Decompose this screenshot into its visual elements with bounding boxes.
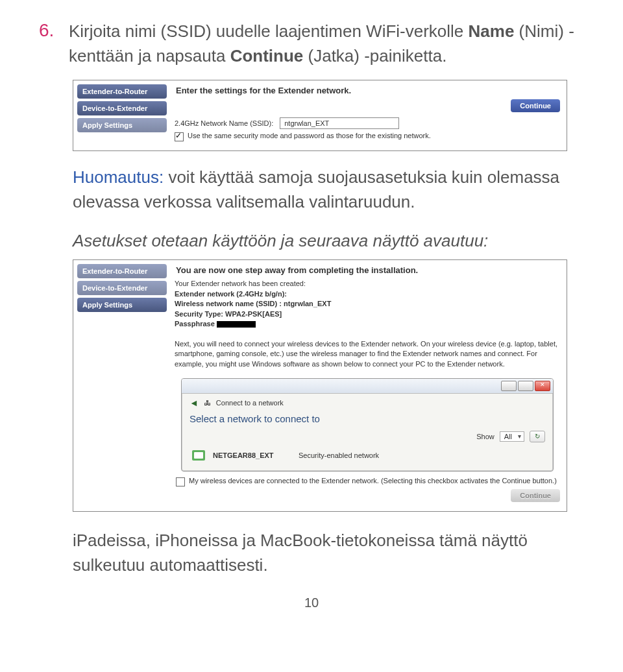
network-name: NETGEAR88_EXT (213, 451, 291, 459)
info-created: Your Extender network has been created: (175, 279, 560, 289)
network-security: Security-enabled network (299, 451, 379, 459)
info-block: Your Extender network has been created: … (175, 279, 560, 369)
sidebar-item-extender-to-router[interactable]: Extender-to-Router (77, 264, 167, 278)
sidebar: Extender-to-Router Device-to-Extender Ap… (73, 80, 171, 150)
info-ssid: Wireless network name (SSID) : ntgrwlan_… (175, 299, 560, 309)
confirm-connected-row: My wireless devices are connected to the… (176, 477, 559, 486)
network-row[interactable]: NETGEAR88_EXT Security-enabled network (189, 446, 545, 464)
info-sec: Security Type: WPA2-PSK[AES] (175, 309, 560, 319)
info-ext-net: Extender network (2.4GHz b/g/n): (175, 289, 560, 299)
page-number: 10 (39, 595, 584, 610)
same-security-checkbox[interactable] (175, 132, 184, 141)
show-label: Show (476, 433, 495, 440)
step-continue-bold: Continue (230, 46, 304, 66)
passphrase-redacted (217, 321, 256, 328)
step-text-part: Kirjoita nimi (SSID) uudelle laajentimen… (69, 21, 469, 41)
step-name-bold: Name (469, 21, 515, 41)
step-text: Kirjoita nimi (SSID) uudelle laajentimen… (69, 19, 584, 68)
info-passphrase: Passphrase (175, 319, 560, 329)
refresh-icon[interactable]: ↻ (530, 431, 545, 442)
ssid-label: 2.4GHz Network Name (SSID): (175, 119, 273, 127)
next-instructions: Next, you will need to connect your wire… (175, 339, 560, 369)
sidebar-item-device-to-extender[interactable]: Device-to-Extender (77, 281, 167, 295)
network-icon (192, 450, 205, 461)
passphrase-label: Passphrase (175, 320, 215, 328)
main-panel: Enter the settings for the Extender netw… (171, 80, 567, 150)
select-heading: Select a network to connect to (189, 413, 545, 424)
panel-heading: Enter the settings for the Extender netw… (176, 86, 560, 95)
window-breadcrumb: ◄ 🖧 Connect to a network (189, 398, 545, 408)
sidebar-item-apply-settings[interactable]: Apply Settings (77, 118, 167, 132)
windows-connect-dialog: ◄ 🖧 Connect to a network Select a networ… (181, 378, 554, 472)
footer-text: iPadeissa, iPhoneissa ja MacBook-tietoko… (73, 529, 584, 577)
net-glyph-icon: 🖧 (204, 399, 211, 407)
show-row: Show All ↻ (189, 431, 545, 442)
sidebar-item-extender-to-router[interactable]: Extender-to-Router (77, 84, 167, 99)
sidebar: Extender-to-Router Device-to-Extender Ap… (73, 260, 171, 511)
continue-button[interactable]: Continue (511, 99, 560, 112)
connect-label: Connect to a network (216, 399, 284, 407)
step-text-part: (Jatka) -painiketta. (303, 46, 446, 66)
note-label: Huomautus: (73, 167, 164, 187)
confirm-connected-label: My wireless devices are connected to the… (189, 477, 557, 485)
window-minimize-icon[interactable] (501, 381, 517, 391)
confirm-connected-checkbox[interactable] (176, 477, 185, 486)
sidebar-item-apply-settings[interactable]: Apply Settings (77, 298, 167, 312)
note-text: Huomautus: voit käyttää samoja suojausas… (73, 165, 584, 214)
continue-button-disabled: Continue (511, 489, 560, 502)
screenshot-apply-settings: Extender-to-Router Device-to-Extender Ap… (73, 259, 567, 512)
same-security-label: Use the same security mode and password … (188, 132, 431, 139)
followup-text: Asetukset otetaan käyttöön ja seuraava n… (73, 229, 584, 254)
main-panel: You are now one step away from completin… (171, 260, 567, 511)
panel-heading: You are now one step away from completin… (176, 265, 560, 275)
ssid-input[interactable]: ntgrwlan_EXT (280, 117, 399, 129)
show-dropdown[interactable]: All (500, 431, 524, 442)
ssid-row: 2.4GHz Network Name (SSID): ntgrwlan_EXT (175, 117, 560, 129)
back-arrow-icon[interactable]: ◄ (189, 398, 199, 408)
window-close-icon[interactable] (535, 381, 550, 391)
step-number: 6. (39, 19, 57, 42)
window-maximize-icon[interactable] (518, 381, 533, 391)
step-6: 6. Kirjoita nimi (SSID) uudelle laajenti… (39, 19, 584, 68)
screenshot-extender-settings: Extender-to-Router Device-to-Extender Ap… (73, 80, 567, 151)
window-titlebar (182, 379, 553, 394)
sidebar-item-device-to-extender[interactable]: Device-to-Extender (77, 101, 167, 115)
same-security-row: Use the same security mode and password … (175, 132, 560, 141)
